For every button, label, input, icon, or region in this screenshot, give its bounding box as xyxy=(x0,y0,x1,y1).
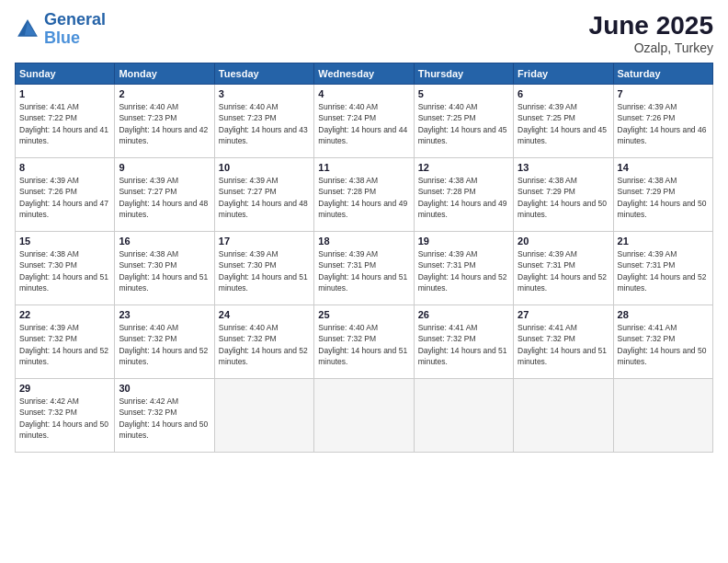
table-row: 19 Sunrise: 4:39 AM Sunset: 7:31 PM Dayl… xyxy=(414,232,513,305)
calendar-week-row: 29 Sunrise: 4:42 AM Sunset: 7:32 PM Dayl… xyxy=(16,379,713,453)
logo: GeneralBlue xyxy=(15,11,106,48)
day-number: 5 xyxy=(418,88,509,99)
day-info: Sunrise: 4:39 AM Sunset: 7:31 PM Dayligh… xyxy=(318,248,409,293)
day-number: 29 xyxy=(19,383,110,394)
day-info: Sunrise: 4:39 AM Sunset: 7:26 PM Dayligh… xyxy=(19,175,110,220)
table-row: 26 Sunrise: 4:41 AM Sunset: 7:32 PM Dayl… xyxy=(414,305,513,379)
day-info: Sunrise: 4:39 AM Sunset: 7:30 PM Dayligh… xyxy=(219,248,310,293)
calendar-subtitle: Ozalp, Turkey xyxy=(589,40,713,55)
day-number: 28 xyxy=(618,309,709,320)
day-number: 27 xyxy=(518,309,609,320)
day-info: Sunrise: 4:41 AM Sunset: 7:32 PM Dayligh… xyxy=(518,322,609,367)
table-row: 25 Sunrise: 4:40 AM Sunset: 7:32 PM Dayl… xyxy=(314,305,414,379)
col-thursday: Thursday xyxy=(414,63,513,85)
day-number: 6 xyxy=(518,88,609,99)
day-info: Sunrise: 4:39 AM Sunset: 7:25 PM Dayligh… xyxy=(518,101,609,146)
table-row: 18 Sunrise: 4:39 AM Sunset: 7:31 PM Dayl… xyxy=(314,232,414,305)
table-row: 22 Sunrise: 4:39 AM Sunset: 7:32 PM Dayl… xyxy=(16,305,115,379)
day-info: Sunrise: 4:40 AM Sunset: 7:25 PM Dayligh… xyxy=(418,101,509,146)
logo-text: GeneralBlue xyxy=(44,11,106,48)
day-number: 3 xyxy=(219,88,310,99)
col-sunday: Sunday xyxy=(16,63,115,85)
day-info: Sunrise: 4:39 AM Sunset: 7:27 PM Dayligh… xyxy=(219,175,310,220)
calendar-table: Sunday Monday Tuesday Wednesday Thursday… xyxy=(15,63,713,453)
calendar-week-row: 8 Sunrise: 4:39 AM Sunset: 7:26 PM Dayli… xyxy=(16,158,713,232)
day-info: Sunrise: 4:38 AM Sunset: 7:29 PM Dayligh… xyxy=(618,175,709,220)
day-number: 17 xyxy=(219,236,310,247)
day-number: 2 xyxy=(119,88,210,99)
day-number: 25 xyxy=(318,309,409,320)
day-number: 14 xyxy=(618,162,709,173)
day-number: 13 xyxy=(518,162,609,173)
table-row: 4 Sunrise: 4:40 AM Sunset: 7:24 PM Dayli… xyxy=(314,85,414,158)
day-info: Sunrise: 4:38 AM Sunset: 7:28 PM Dayligh… xyxy=(418,175,509,220)
day-info: Sunrise: 4:41 AM Sunset: 7:22 PM Dayligh… xyxy=(19,101,110,146)
day-number: 9 xyxy=(119,162,210,173)
table-row: 10 Sunrise: 4:39 AM Sunset: 7:27 PM Dayl… xyxy=(214,158,313,232)
day-info: Sunrise: 4:39 AM Sunset: 7:31 PM Dayligh… xyxy=(518,248,609,293)
day-info: Sunrise: 4:40 AM Sunset: 7:23 PM Dayligh… xyxy=(219,101,310,146)
calendar-week-row: 1 Sunrise: 4:41 AM Sunset: 7:22 PM Dayli… xyxy=(16,85,713,158)
table-row: 2 Sunrise: 4:40 AM Sunset: 7:23 PM Dayli… xyxy=(115,85,214,158)
day-info: Sunrise: 4:40 AM Sunset: 7:32 PM Dayligh… xyxy=(318,322,409,367)
col-monday: Monday xyxy=(115,63,214,85)
table-row: 17 Sunrise: 4:39 AM Sunset: 7:30 PM Dayl… xyxy=(214,232,313,305)
day-number: 20 xyxy=(518,236,609,247)
col-friday: Friday xyxy=(514,63,613,85)
day-info: Sunrise: 4:38 AM Sunset: 7:29 PM Dayligh… xyxy=(518,175,609,220)
table-row: 28 Sunrise: 4:41 AM Sunset: 7:32 PM Dayl… xyxy=(613,305,712,379)
table-row: 3 Sunrise: 4:40 AM Sunset: 7:23 PM Dayli… xyxy=(214,85,313,158)
day-number: 24 xyxy=(219,309,310,320)
table-row: 11 Sunrise: 4:38 AM Sunset: 7:28 PM Dayl… xyxy=(314,158,414,232)
day-number: 7 xyxy=(618,88,709,99)
table-row: 21 Sunrise: 4:39 AM Sunset: 7:31 PM Dayl… xyxy=(613,232,712,305)
day-number: 22 xyxy=(19,309,110,320)
day-info: Sunrise: 4:39 AM Sunset: 7:26 PM Dayligh… xyxy=(618,101,709,146)
day-info: Sunrise: 4:40 AM Sunset: 7:23 PM Dayligh… xyxy=(119,101,210,146)
table-row: 9 Sunrise: 4:39 AM Sunset: 7:27 PM Dayli… xyxy=(115,158,214,232)
table-row: 7 Sunrise: 4:39 AM Sunset: 7:26 PM Dayli… xyxy=(613,85,712,158)
day-info: Sunrise: 4:39 AM Sunset: 7:27 PM Dayligh… xyxy=(119,175,210,220)
day-number: 12 xyxy=(418,162,509,173)
day-info: Sunrise: 4:42 AM Sunset: 7:32 PM Dayligh… xyxy=(19,396,110,441)
table-row: 27 Sunrise: 4:41 AM Sunset: 7:32 PM Dayl… xyxy=(514,305,613,379)
day-info: Sunrise: 4:39 AM Sunset: 7:31 PM Dayligh… xyxy=(618,248,709,293)
logo-icon xyxy=(15,17,40,42)
table-row xyxy=(414,379,513,453)
day-info: Sunrise: 4:39 AM Sunset: 7:32 PM Dayligh… xyxy=(19,322,110,367)
day-number: 10 xyxy=(219,162,310,173)
header: GeneralBlue June 2025 Ozalp, Turkey xyxy=(15,11,713,55)
table-row: 5 Sunrise: 4:40 AM Sunset: 7:25 PM Dayli… xyxy=(414,85,513,158)
table-row: 6 Sunrise: 4:39 AM Sunset: 7:25 PM Dayli… xyxy=(514,85,613,158)
table-row: 15 Sunrise: 4:38 AM Sunset: 7:30 PM Dayl… xyxy=(16,232,115,305)
table-row xyxy=(214,379,313,453)
table-row: 8 Sunrise: 4:39 AM Sunset: 7:26 PM Dayli… xyxy=(16,158,115,232)
day-number: 11 xyxy=(318,162,409,173)
table-row: 13 Sunrise: 4:38 AM Sunset: 7:29 PM Dayl… xyxy=(514,158,613,232)
table-row: 1 Sunrise: 4:41 AM Sunset: 7:22 PM Dayli… xyxy=(16,85,115,158)
day-info: Sunrise: 4:41 AM Sunset: 7:32 PM Dayligh… xyxy=(418,322,509,367)
calendar-week-row: 15 Sunrise: 4:38 AM Sunset: 7:30 PM Dayl… xyxy=(16,232,713,305)
day-info: Sunrise: 4:40 AM Sunset: 7:24 PM Dayligh… xyxy=(318,101,409,146)
day-info: Sunrise: 4:39 AM Sunset: 7:31 PM Dayligh… xyxy=(418,248,509,293)
day-number: 15 xyxy=(19,236,110,247)
day-info: Sunrise: 4:38 AM Sunset: 7:30 PM Dayligh… xyxy=(19,248,110,293)
table-row xyxy=(314,379,414,453)
table-row: 30 Sunrise: 4:42 AM Sunset: 7:32 PM Dayl… xyxy=(115,379,214,453)
day-number: 23 xyxy=(119,309,210,320)
day-number: 4 xyxy=(318,88,409,99)
page: GeneralBlue June 2025 Ozalp, Turkey Sund… xyxy=(0,0,728,563)
day-info: Sunrise: 4:40 AM Sunset: 7:32 PM Dayligh… xyxy=(219,322,310,367)
day-info: Sunrise: 4:42 AM Sunset: 7:32 PM Dayligh… xyxy=(119,396,210,441)
table-row xyxy=(514,379,613,453)
table-row: 20 Sunrise: 4:39 AM Sunset: 7:31 PM Dayl… xyxy=(514,232,613,305)
day-number: 16 xyxy=(119,236,210,247)
table-row xyxy=(613,379,712,453)
day-info: Sunrise: 4:41 AM Sunset: 7:32 PM Dayligh… xyxy=(618,322,709,367)
table-row: 24 Sunrise: 4:40 AM Sunset: 7:32 PM Dayl… xyxy=(214,305,313,379)
title-block: June 2025 Ozalp, Turkey xyxy=(589,11,713,55)
day-number: 21 xyxy=(618,236,709,247)
day-number: 18 xyxy=(318,236,409,247)
day-number: 8 xyxy=(19,162,110,173)
table-row: 23 Sunrise: 4:40 AM Sunset: 7:32 PM Dayl… xyxy=(115,305,214,379)
